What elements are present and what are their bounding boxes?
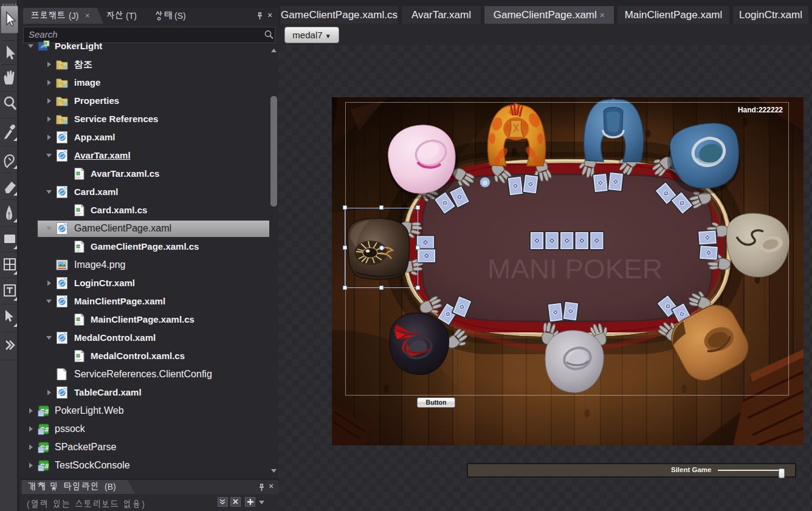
svg-text:): ) [142, 499, 145, 509]
svg-text:(: ( [27, 499, 30, 509]
svg-text:MANI POKER: MANI POKER [487, 253, 662, 284]
svg-text:Hand:222222: Hand:222222 [738, 106, 783, 114]
svg-text:D: D [483, 180, 487, 186]
